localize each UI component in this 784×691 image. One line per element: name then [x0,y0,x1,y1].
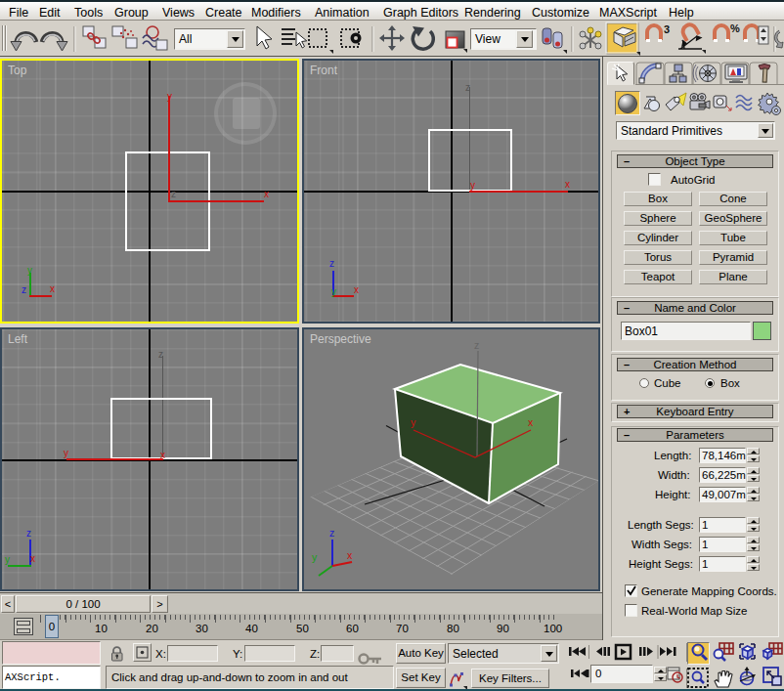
svg-text:%: % [730,22,740,34]
svg-text:z: z [329,527,334,539]
svg-text:z: z [474,339,479,351]
svg-text:3: 3 [664,23,670,35]
svg-text:y: y [312,551,318,563]
svg-text:x: x [528,416,534,428]
svg-text:x: x [347,549,353,561]
svg-text:y: y [411,416,416,428]
